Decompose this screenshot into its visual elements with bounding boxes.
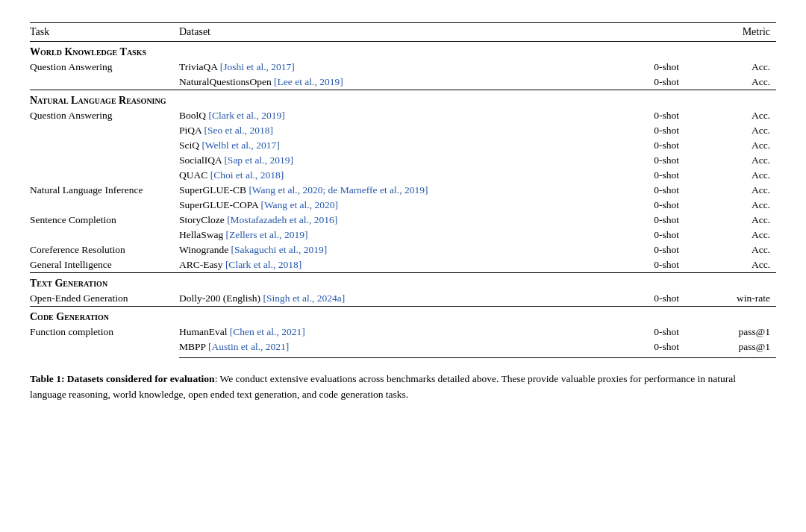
- section-title: World Knowledge Tasks: [30, 42, 776, 60]
- dataset-cell: SuperGLUE-CB [Wang et al., 2020; de Marn…: [179, 183, 612, 198]
- shot-cell: 0-shot: [612, 123, 688, 138]
- dataset-name: StoryCloze: [179, 214, 227, 225]
- dataset-ref: [Joshi et al., 2017]: [220, 61, 295, 72]
- task-cell: Sentence Completion: [30, 213, 179, 242]
- metric-cell: Acc.: [688, 183, 776, 198]
- dataset-cell: StoryCloze [Mostafazadeh et al., 2016]: [179, 213, 612, 228]
- dataset-ref: [Lee et al., 2019]: [274, 76, 343, 87]
- col-metric: Metric: [688, 23, 776, 42]
- shot-cell: 0-shot: [612, 291, 688, 307]
- col-shot: [612, 23, 688, 42]
- metric-cell: Acc.: [688, 228, 776, 242]
- metric-cell: Acc.: [688, 108, 776, 123]
- section-header: Code Generation: [30, 307, 776, 325]
- dataset-name: Winogrande: [179, 244, 231, 255]
- shot-cell: 0-shot: [612, 183, 688, 198]
- task-cell: General Intelligence: [30, 257, 179, 273]
- dataset-ref: [Chen et al., 2021]: [230, 326, 305, 337]
- dataset-cell: SocialIQA [Sap et al., 2019]: [179, 153, 612, 168]
- metric-cell: Acc.: [688, 123, 776, 138]
- dataset-ref: [Austin et al., 2021]: [208, 341, 289, 352]
- metric-cell: win-rate: [688, 291, 776, 307]
- shot-cell: 0-shot: [612, 242, 688, 257]
- table-row: Coreference ResolutionWinogrande [Sakagu…: [30, 242, 776, 257]
- main-table: Task Dataset Metric World Knowledge Task…: [30, 22, 776, 358]
- dataset-name: TriviaQA: [179, 61, 220, 72]
- dataset-cell: MBPP [Austin et al., 2021]: [179, 339, 612, 358]
- metric-cell: Acc.: [688, 75, 776, 90]
- metric-cell: pass@1: [688, 325, 776, 339]
- dataset-name: MBPP: [179, 341, 208, 352]
- task-cell: Question Answering: [30, 60, 179, 90]
- section-title: Natural Language Reasoning: [30, 90, 776, 109]
- dataset-ref: [Seo et al., 2018]: [204, 125, 273, 136]
- table-row: Question AnsweringBoolQ [Clark et al., 2…: [30, 108, 776, 123]
- metric-cell: Acc.: [688, 60, 776, 75]
- dataset-cell: SuperGLUE-COPA [Wang et al., 2020]: [179, 198, 612, 213]
- task-cell: Question Answering: [30, 108, 179, 183]
- dataset-cell: QUAC [Choi et al., 2018]: [179, 168, 612, 183]
- shot-cell: 0-shot: [612, 213, 688, 228]
- task-cell: Coreference Resolution: [30, 242, 179, 257]
- section-header: Natural Language Reasoning: [30, 90, 776, 109]
- dataset-ref: [Singh et al., 2024a]: [263, 292, 346, 304]
- dataset-ref: [Zellers et al., 2019]: [226, 229, 308, 240]
- dataset-name: SuperGLUE-CB: [179, 184, 249, 195]
- dataset-name: SciQ: [179, 140, 202, 151]
- dataset-name: SuperGLUE-COPA: [179, 199, 260, 210]
- col-dataset: Dataset: [179, 23, 612, 42]
- metric-cell: Acc.: [688, 168, 776, 183]
- dataset-ref: [Welbl et al., 2017]: [202, 140, 279, 151]
- metric-cell: pass@1: [688, 339, 776, 358]
- col-task: Task: [30, 23, 179, 42]
- shot-cell: 0-shot: [612, 325, 688, 339]
- caption-bold: Datasets considered for evaluation: [67, 373, 215, 384]
- dataset-name: ARC-Easy: [179, 259, 225, 270]
- task-cell: Natural Language Inference: [30, 183, 179, 213]
- dataset-cell: TriviaQA [Joshi et al., 2017]: [179, 60, 612, 75]
- table-caption: Table 1: Datasets considered for evaluat…: [30, 372, 746, 403]
- table-row: Question AnsweringTriviaQA [Joshi et al.…: [30, 60, 776, 75]
- dataset-ref: [Choi et al., 2018]: [210, 169, 284, 181]
- table-row: Open-Ended GenerationDolly-200 (English)…: [30, 291, 776, 307]
- dataset-cell: NaturalQuestionsOpen [Lee et al., 2019]: [179, 75, 612, 90]
- dataset-ref: [Clark et al., 2019]: [208, 110, 284, 121]
- shot-cell: 0-shot: [612, 75, 688, 90]
- shot-cell: 0-shot: [612, 153, 688, 168]
- table-row: Natural Language InferenceSuperGLUE-CB […: [30, 183, 776, 198]
- dataset-name: BoolQ: [179, 110, 208, 121]
- dataset-ref: [Wang et al., 2020]: [260, 199, 338, 210]
- task-cell: Function completion: [30, 325, 179, 358]
- shot-cell: 0-shot: [612, 108, 688, 123]
- dataset-cell: HumanEval [Chen et al., 2021]: [179, 325, 612, 339]
- shot-cell: 0-shot: [612, 228, 688, 242]
- table-row: Sentence CompletionStoryCloze [Mostafaza…: [30, 213, 776, 228]
- dataset-name: QUAC: [179, 169, 210, 181]
- shot-cell: 0-shot: [612, 168, 688, 183]
- dataset-cell: Dolly-200 (English) [Singh et al., 2024a…: [179, 291, 612, 307]
- metric-cell: Acc.: [688, 242, 776, 257]
- dataset-name: PiQA: [179, 125, 204, 136]
- dataset-cell: SciQ [Welbl et al., 2017]: [179, 138, 612, 153]
- table-header: Task Dataset Metric: [30, 23, 776, 42]
- dataset-name: HumanEval: [179, 326, 230, 337]
- dataset-cell: BoolQ [Clark et al., 2019]: [179, 108, 612, 123]
- dataset-name: Dolly-200 (English): [179, 292, 263, 304]
- dataset-cell: PiQA [Seo et al., 2018]: [179, 123, 612, 138]
- shot-cell: 0-shot: [612, 60, 688, 75]
- dataset-ref: [Sakaguchi et al., 2019]: [231, 244, 328, 255]
- task-cell: Open-Ended Generation: [30, 291, 179, 307]
- dataset-name: HellaSwag: [179, 229, 226, 240]
- dataset-name: SocialIQA: [179, 154, 224, 166]
- metric-cell: Acc.: [688, 198, 776, 213]
- section-title: Code Generation: [30, 307, 776, 325]
- dataset-cell: Winogrande [Sakaguchi et al., 2019]: [179, 242, 612, 257]
- dataset-ref: [Clark et al., 2018]: [225, 259, 302, 270]
- dataset-ref: [Sap et al., 2019]: [224, 154, 293, 166]
- section-header: Text Generation: [30, 273, 776, 292]
- metric-cell: Acc.: [688, 213, 776, 228]
- shot-cell: 0-shot: [612, 257, 688, 273]
- section-header: World Knowledge Tasks: [30, 42, 776, 60]
- dataset-name: NaturalQuestionsOpen: [179, 76, 274, 87]
- section-title: Text Generation: [30, 273, 776, 292]
